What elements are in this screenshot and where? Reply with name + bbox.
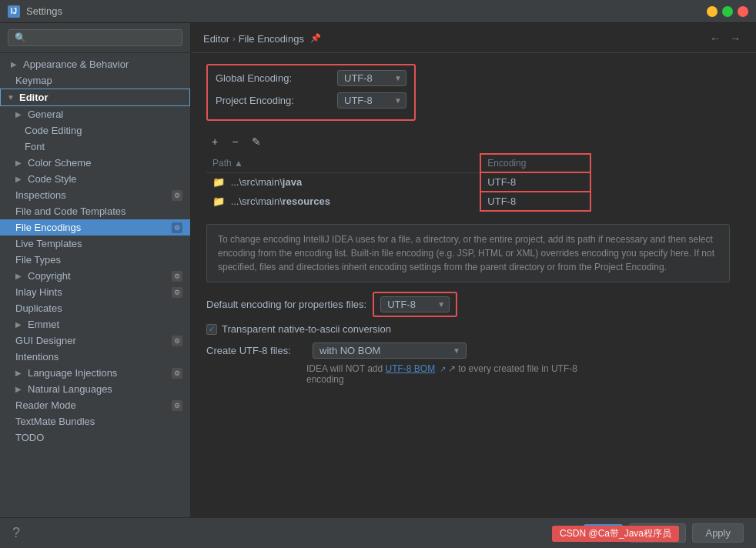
transparent-checkbox-label: Transparent native-to-ascii conversion: [222, 323, 391, 335]
sidebar-item-natural-languages[interactable]: Natural Languages: [0, 381, 190, 397]
sidebar-item-intentions[interactable]: Intentions: [0, 349, 190, 365]
file-encodings-badge: ⚙: [172, 222, 182, 233]
watermark: CSDN @Ca带_Java程序员: [552, 526, 679, 542]
chevron-right-icon: [15, 159, 25, 167]
folder-icon-2: 📁: [212, 195, 225, 207]
description-box: To change encoding IntelliJ IDEA uses fo…: [206, 224, 730, 282]
props-encoding-select-wrapper: UTF-8 ▼: [380, 296, 450, 312]
table-row: 📁 ...\src\main\java UTF-8: [206, 172, 590, 192]
copyright-badge: ⚙: [172, 271, 182, 282]
sidebar-item-duplicates[interactable]: Duplicates: [0, 300, 190, 316]
props-encoding-label: Default encoding for properties files:: [206, 299, 366, 310]
encoding-column-header: Encoding: [480, 154, 590, 172]
breadcrumb-parent: Editor: [203, 33, 229, 45]
app-icon: IJ: [8, 5, 20, 18]
sidebar-item-inlay-hints[interactable]: Inlay Hints ⚙: [0, 284, 190, 300]
remove-button[interactable]: −: [226, 133, 243, 150]
sidebar-item-code-editing[interactable]: Code Editing: [0, 122, 190, 139]
sidebar-item-textmate-bundles[interactable]: TextMate Bundles: [0, 413, 190, 429]
chevron-right-icon: [15, 385, 25, 393]
encoding-cell-1: UTF-8: [480, 172, 590, 192]
help-button[interactable]: ?: [12, 525, 20, 541]
minimize-button[interactable]: [707, 6, 718, 17]
sidebar-item-reader-mode[interactable]: Reader Mode ⚙: [0, 397, 190, 413]
sidebar-item-language-injections[interactable]: Language Injections ⚙: [0, 365, 190, 381]
window-controls: [707, 6, 748, 17]
project-encoding-row: Project Encoding: UTF-8 ▼: [216, 92, 406, 109]
sidebar-item-color-scheme[interactable]: Color Scheme: [0, 155, 190, 171]
transparent-checkbox-row: ✓ Transparent native-to-ascii conversion: [206, 323, 741, 335]
inspections-badge: ⚙: [172, 190, 182, 201]
sidebar-item-emmet[interactable]: Emmet: [0, 316, 190, 332]
table-toolbar: + − ✎: [206, 133, 741, 150]
header-nav-buttons: ← →: [707, 31, 744, 46]
pin-icon: 📌: [310, 33, 321, 44]
table-row: 📁 ...\src\main\resources UTF-8: [206, 192, 590, 211]
external-link-icon: ↗: [440, 365, 446, 373]
edit-button[interactable]: ✎: [246, 133, 266, 150]
global-encoding-select-wrapper: UTF-8 ▼: [337, 70, 406, 86]
content-header: Editor › File Encodings 📌 ← →: [191, 23, 756, 53]
props-encoding-highlight: UTF-8 ▼: [373, 292, 457, 317]
nav-tree: Appearance & Behavior Keymap Editor Gene…: [0, 53, 190, 517]
sidebar-item-inspections[interactable]: Inspections ⚙: [0, 187, 190, 203]
gui-designer-badge: ⚙: [172, 336, 182, 346]
sidebar-item-keymap[interactable]: Keymap: [0, 72, 190, 89]
apply-button[interactable]: Apply: [692, 523, 744, 543]
chevron-right-icon: [11, 60, 20, 68]
global-encoding-label: Global Encoding:: [216, 72, 331, 84]
chevron-right-icon: [15, 320, 25, 329]
chevron-right-icon: [15, 175, 25, 183]
path-column-header: Path ▲: [206, 154, 480, 172]
create-utf8-select[interactable]: with NO BOM with BOM: [313, 342, 467, 359]
project-encoding-select-wrapper: UTF-8 ▼: [337, 92, 406, 109]
sidebar-item-live-templates[interactable]: Live Templates: [0, 236, 190, 252]
sidebar-item-code-style[interactable]: Code Style: [0, 171, 190, 187]
sidebar-item-editor[interactable]: Editor: [0, 89, 190, 106]
inlay-hints-badge: ⚙: [172, 287, 182, 298]
global-encoding-select[interactable]: UTF-8: [337, 70, 406, 86]
nav-back-button[interactable]: ←: [707, 31, 724, 46]
utf8-bom-link[interactable]: UTF-8 BOM: [386, 363, 436, 374]
search-input[interactable]: [8, 29, 182, 46]
chevron-right-icon: [15, 272, 25, 280]
sidebar-item-font[interactable]: Font: [0, 139, 190, 155]
breadcrumb-separator: ›: [232, 34, 236, 43]
chevron-down-icon: [7, 93, 16, 102]
sidebar-item-general[interactable]: General: [0, 106, 190, 122]
window-title: Settings: [26, 5, 707, 17]
props-encoding-row: Default encoding for properties files: U…: [206, 292, 741, 317]
reader-mode-badge: ⚙: [172, 400, 182, 411]
sidebar-item-file-code-templates[interactable]: File and Code Templates: [0, 203, 190, 219]
sidebar-item-todo[interactable]: TODO: [0, 429, 190, 446]
create-utf8-select-wrapper: with NO BOM with BOM ▼: [313, 342, 467, 359]
encodings-table: Path ▲ Encoding 📁 ...\src\main\java: [206, 153, 591, 212]
create-utf8-row: Create UTF-8 files: with NO BOM with BOM…: [206, 342, 741, 359]
props-encoding-select[interactable]: UTF-8: [380, 296, 450, 312]
sidebar-item-gui-designer[interactable]: GUI Designer ⚙: [0, 332, 190, 349]
sidebar-item-file-encodings[interactable]: File Encodings ⚙: [0, 219, 190, 236]
content-body: Global Encoding: UTF-8 ▼ Project Encodin…: [191, 53, 756, 517]
lang-inject-badge: ⚙: [172, 368, 182, 379]
content-area: Editor › File Encodings 📌 ← → Global Enc…: [191, 23, 756, 517]
sidebar-item-file-types[interactable]: File Types: [0, 252, 190, 268]
breadcrumb-current: File Encodings: [239, 33, 304, 45]
sidebar: Appearance & Behavior Keymap Editor Gene…: [0, 23, 191, 517]
encodings-highlight-box: Global Encoding: UTF-8 ▼ Project Encodin…: [206, 64, 416, 121]
title-bar: IJ Settings: [0, 0, 756, 23]
close-button[interactable]: [738, 6, 748, 17]
project-encoding-select[interactable]: UTF-8: [337, 92, 406, 109]
maximize-button[interactable]: [722, 6, 733, 17]
encoding-cell-2: UTF-8: [480, 192, 590, 211]
create-utf8-label: Create UTF-8 files:: [206, 345, 306, 356]
transparent-checkbox[interactable]: ✓: [206, 324, 217, 335]
sidebar-item-appearance[interactable]: Appearance & Behavior: [0, 56, 190, 72]
path-cell-2: 📁 ...\src\main\resources: [206, 192, 480, 211]
project-encoding-label: Project Encoding:: [216, 95, 331, 106]
add-button[interactable]: +: [206, 133, 223, 150]
search-box[interactable]: [0, 23, 190, 53]
nav-forward-button[interactable]: →: [727, 31, 744, 46]
sidebar-item-copyright[interactable]: Copyright ⚙: [0, 268, 190, 284]
chevron-right-icon: [15, 110, 25, 119]
breadcrumb: Editor › File Encodings 📌: [203, 33, 702, 45]
